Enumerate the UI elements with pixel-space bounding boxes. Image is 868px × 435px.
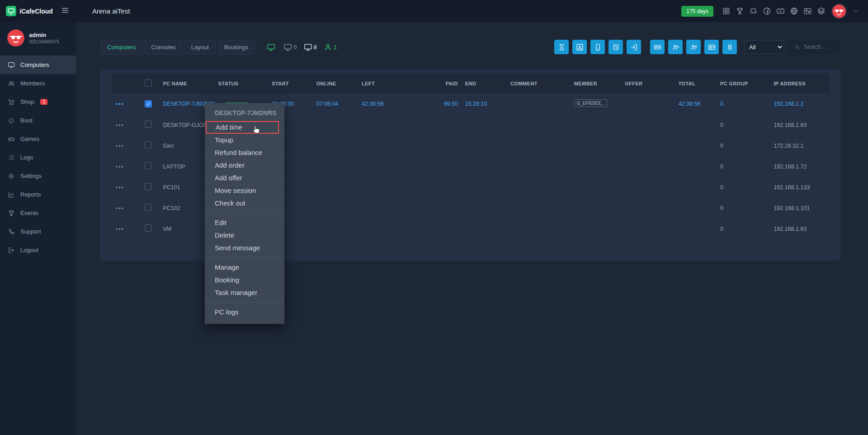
alarm-button[interactable] — [609, 40, 623, 54]
monitor-icon — [283, 43, 292, 51]
tab-bookings[interactable]: Bookings — [217, 40, 255, 55]
counter-monitor-1: 0 — [283, 43, 297, 51]
member-chip[interactable]: G_EF826D[... — [574, 99, 607, 107]
menu-item-booking[interactable]: Booking — [205, 274, 284, 286]
cell-offer — [621, 94, 675, 115]
row-actions-button[interactable]: ••• — [116, 164, 124, 170]
menu-item-pc-logs[interactable]: PC logs — [205, 306, 284, 318]
row-checkbox[interactable] — [145, 225, 152, 232]
row-checkbox[interactable] — [145, 121, 152, 128]
column-header-start: START — [268, 74, 312, 94]
cell-checkbox — [141, 136, 159, 156]
tab-layout[interactable]: Layout — [184, 40, 216, 55]
pause-button[interactable] — [722, 40, 737, 54]
column-header-comment: COMMENT — [507, 74, 571, 94]
menu-item-send-message[interactable]: Send message — [205, 242, 284, 254]
sidebar-item-label: Shop — [20, 98, 34, 105]
menu-divider — [205, 257, 284, 258]
sidebar-item-reports[interactable]: Reports — [0, 185, 76, 204]
cell-total — [675, 115, 717, 136]
cell-total — [675, 177, 717, 198]
search-box — [790, 40, 841, 54]
check-in-button[interactable] — [627, 40, 641, 54]
filter-select[interactable]: All — [744, 40, 784, 54]
sidebar-item-games[interactable]: Games — [0, 130, 76, 148]
add-member-button[interactable] — [668, 40, 683, 54]
menu-item-add-offer[interactable]: Add offer — [205, 172, 284, 184]
sidebar-user[interactable]: admin 005193482475 — [0, 29, 76, 56]
mobile-button[interactable] — [590, 40, 605, 54]
column-header-menu — [112, 74, 141, 94]
counter-monitor-0 — [267, 43, 277, 51]
cell-online — [313, 136, 358, 156]
user-avatar[interactable] — [831, 4, 847, 19]
select-all-checkbox[interactable] — [145, 80, 152, 87]
youtube-icon[interactable] — [776, 7, 785, 15]
sidebar-item-computers[interactable]: Computers — [0, 56, 76, 74]
search-input[interactable] — [803, 43, 837, 51]
menu-item-refund-balance[interactable]: Refund balance — [205, 146, 284, 159]
discord-icon[interactable] — [749, 7, 758, 15]
language-icon[interactable] — [803, 7, 812, 15]
hamburger-icon — [61, 6, 69, 14]
trophy-icon[interactable] — [736, 7, 744, 15]
menu-item-topup[interactable]: Topup — [205, 134, 284, 146]
row-actions-button[interactable]: ••• — [116, 226, 124, 232]
id-card-button[interactable] — [704, 40, 719, 54]
column-header-member: MEMBER — [571, 74, 621, 94]
sidebar-item-settings[interactable]: Settings — [0, 167, 76, 185]
cell-paid — [439, 219, 462, 239]
guest-user-button[interactable] — [572, 40, 587, 54]
sidebar-item-members[interactable]: Members — [0, 74, 76, 93]
counter-monitor-2: 8 — [304, 43, 317, 51]
cell-total: 42:38:56 — [675, 94, 717, 115]
menu-item-manage[interactable]: Manage — [205, 261, 284, 274]
chevron-down-icon[interactable] — [853, 8, 859, 14]
sidebar-item-boot[interactable]: Boot — [0, 111, 76, 130]
license-days-badge[interactable]: 175 days — [681, 6, 713, 17]
brand-area: iCafeCloud — [0, 5, 76, 17]
cell-member — [571, 177, 621, 198]
member-session-button[interactable] — [686, 40, 701, 54]
row-actions-button[interactable]: ••• — [116, 143, 124, 149]
column-header-check — [141, 74, 159, 94]
cell-online — [313, 115, 358, 136]
sidebar-item-events[interactable]: Events — [0, 204, 76, 222]
row-checkbox[interactable] — [145, 141, 152, 149]
logout-icon — [8, 247, 15, 254]
menu-item-add-order[interactable]: Add order — [205, 159, 284, 172]
context-menu-header: DESKTOP-7JM2NRS — [205, 107, 284, 121]
search-icon — [794, 44, 800, 50]
menu-item-edit[interactable]: Edit — [205, 216, 284, 229]
row-checkbox[interactable] — [145, 162, 152, 169]
row-actions-button[interactable]: ••• — [116, 101, 124, 107]
row-actions-button[interactable]: ••• — [116, 205, 124, 211]
cell-offer — [621, 177, 675, 198]
sidebar-item-logs[interactable]: Logs — [0, 148, 76, 167]
sidebar-item-support[interactable]: Support — [0, 222, 76, 241]
menu-item-delete[interactable]: Delete — [205, 229, 284, 242]
hourglass-button[interactable] — [554, 40, 569, 54]
row-checkbox[interactable] — [145, 183, 152, 190]
shop-badge: 1 — [40, 99, 47, 105]
facebook-icon[interactable] — [763, 7, 771, 15]
tab-computers[interactable]: Computers — [100, 40, 143, 55]
row-checkbox[interactable]: ✓ — [145, 100, 152, 108]
tab-consoles[interactable]: Consoles — [145, 40, 183, 55]
cash-button[interactable] — [650, 40, 665, 54]
sidebar-item-label: Games — [20, 136, 39, 142]
globe-icon[interactable] — [790, 7, 798, 15]
sidebar-item-shop[interactable]: Shop1 — [0, 93, 76, 111]
hamburger-menu-button[interactable] — [60, 5, 70, 17]
app-logo[interactable]: iCafeCloud — [6, 6, 53, 16]
row-checkbox[interactable] — [145, 204, 152, 211]
layers-icon[interactable] — [817, 7, 826, 15]
row-actions-button[interactable]: ••• — [116, 184, 124, 191]
menu-item-add-time[interactable]: Add time — [206, 121, 279, 134]
menu-item-check-out[interactable]: Check out — [205, 197, 284, 210]
row-actions-button[interactable]: ••• — [116, 122, 124, 128]
sidebar-item-logout[interactable]: Logout — [0, 241, 76, 259]
menu-item-task-manager[interactable]: Task manager — [205, 286, 284, 299]
apps-grid-icon[interactable] — [722, 7, 731, 15]
menu-item-move-session[interactable]: Move session — [205, 184, 284, 197]
